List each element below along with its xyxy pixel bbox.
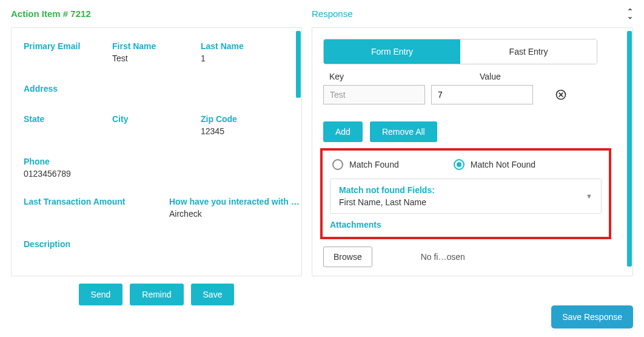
remove-all-button[interactable]: Remove All	[370, 121, 437, 142]
right-scrollbar[interactable]	[627, 31, 632, 267]
action-item-title: Action Item # 7212	[11, 9, 91, 19]
response-title: Response	[312, 9, 353, 19]
left-scrollbar[interactable]	[296, 31, 301, 98]
last-name-value: 1	[201, 53, 289, 63]
first-name-value: Test	[112, 53, 201, 63]
city-label: City	[112, 114, 201, 124]
radio-icon	[454, 159, 465, 170]
state-label: State	[24, 114, 112, 124]
remind-button[interactable]: Remind	[130, 284, 183, 305]
first-name-label: First Name	[112, 41, 201, 51]
last-name-label: Last Name	[201, 41, 289, 51]
radio-match-found[interactable]: Match Found	[332, 159, 399, 170]
match-not-found-value: First Name, Last Name	[339, 197, 592, 207]
attachments-label: Attachments	[330, 220, 602, 230]
add-button[interactable]: Add	[323, 121, 363, 142]
delete-row-icon[interactable]	[555, 89, 567, 101]
radio-match-found-label: Match Found	[349, 160, 399, 169]
zip-label: Zip Code	[201, 114, 289, 124]
radio-match-not-found-label: Match Not Found	[471, 160, 535, 169]
save-button[interactable]: Save	[191, 284, 235, 305]
browse-button[interactable]: Browse	[323, 247, 372, 267]
zip-value: 12345	[201, 126, 289, 136]
interacted-value: Aircheck	[169, 209, 302, 219]
tab-form-entry[interactable]: Form Entry	[324, 39, 460, 64]
interacted-label: How have you interacted with …	[169, 197, 302, 206]
key-input[interactable]	[323, 85, 425, 104]
save-response-button[interactable]: Save Response	[551, 305, 633, 328]
address-label: Address	[24, 84, 289, 94]
description-label: Description	[24, 239, 289, 249]
left-panel: Primary Email First Name Test Last Name …	[11, 27, 302, 276]
chevron-down-icon: ▼	[586, 192, 592, 200]
match-not-found-select[interactable]: Match not found Fields: First Name, Last…	[330, 179, 602, 214]
right-panel: Form Entry Fast Entry Key Value Add Remo…	[312, 27, 633, 276]
expand-collapse-icon[interactable]: ⌃⌄	[627, 9, 633, 19]
key-column-label: Key	[323, 72, 432, 81]
primary-email-label: Primary Email	[24, 41, 112, 51]
value-input[interactable]	[431, 85, 533, 104]
entry-tabs: Form Entry Fast Entry	[323, 39, 597, 64]
phone-label: Phone	[24, 157, 289, 166]
last-txn-label: Last Transaction Amount	[24, 197, 169, 206]
value-column-label: Value	[432, 72, 501, 81]
radio-match-not-found[interactable]: Match Not Found	[454, 159, 535, 170]
no-file-label: No fi…osen	[421, 252, 465, 262]
tab-fast-entry[interactable]: Fast Entry	[460, 39, 597, 64]
phone-value: 0123456789	[24, 169, 289, 179]
match-not-found-title: Match not found Fields:	[339, 185, 592, 195]
radio-icon	[332, 159, 343, 170]
send-button[interactable]: Send	[79, 284, 123, 305]
match-highlight-box: Match Found Match Not Found Match not fo…	[320, 148, 611, 239]
